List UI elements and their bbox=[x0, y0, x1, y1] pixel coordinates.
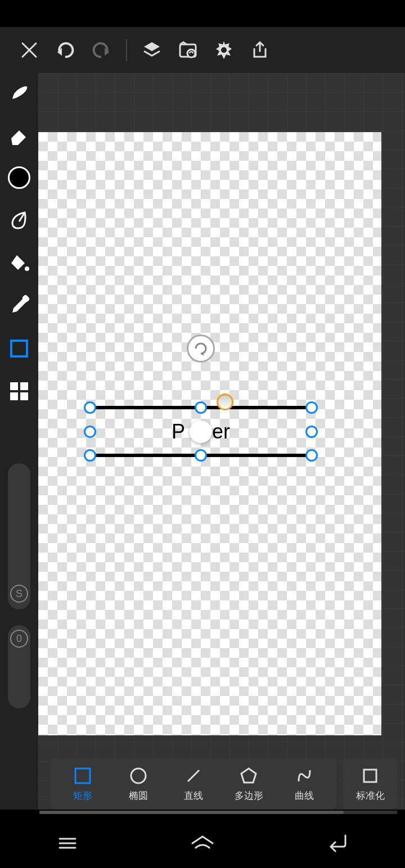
settings-button[interactable] bbox=[210, 37, 237, 64]
stroke-style-icon: S bbox=[10, 585, 28, 603]
smudge-tool[interactable] bbox=[6, 207, 33, 234]
normalize-button[interactable]: 标准化 bbox=[343, 758, 397, 810]
divider bbox=[126, 39, 127, 61]
selected-shape[interactable]: PXXer bbox=[90, 408, 312, 455]
svg-rect-8 bbox=[20, 382, 28, 390]
brush-tool[interactable] bbox=[6, 79, 33, 106]
center-knob[interactable] bbox=[190, 421, 212, 443]
system-nav-bar bbox=[0, 819, 405, 868]
rotate-handle[interactable] bbox=[187, 334, 215, 363]
status-bar bbox=[0, 0, 405, 27]
svg-rect-11 bbox=[75, 768, 90, 783]
grid-tool[interactable] bbox=[6, 378, 33, 405]
handle-tl[interactable] bbox=[84, 401, 96, 414]
shape-options-bar: 矩形 椭圆 直线 多边形 曲线 标准化 bbox=[51, 758, 397, 810]
handle-mr[interactable] bbox=[305, 426, 318, 438]
shape-polygon[interactable]: 多边形 bbox=[226, 766, 271, 802]
line-icon bbox=[183, 766, 204, 786]
handle-bl[interactable] bbox=[84, 449, 96, 462]
nav-back[interactable] bbox=[321, 826, 354, 860]
side-toolbar: S 0 bbox=[0, 73, 38, 810]
opt-label: 曲线 bbox=[295, 789, 314, 802]
svg-rect-6 bbox=[11, 341, 27, 356]
shape-tool[interactable] bbox=[6, 335, 33, 362]
pivot-handle[interactable] bbox=[217, 394, 233, 410]
shape-ellipse[interactable]: 椭圆 bbox=[116, 766, 161, 802]
opt-label: 多边形 bbox=[235, 789, 263, 802]
opt-label: 矩形 bbox=[73, 789, 92, 802]
curve-icon bbox=[294, 766, 314, 786]
svg-point-4 bbox=[25, 266, 29, 271]
svg-marker-14 bbox=[241, 768, 256, 783]
opt-label: 直线 bbox=[184, 789, 203, 802]
shape-rectangle[interactable]: 矩形 bbox=[60, 766, 105, 802]
stroke-style-pill[interactable]: S bbox=[8, 463, 30, 609]
image-folder-button[interactable] bbox=[174, 37, 201, 64]
svg-rect-15 bbox=[364, 770, 376, 782]
eraser-tool[interactable] bbox=[6, 121, 33, 148]
text-left: P bbox=[172, 420, 185, 443]
scrollbar-thumb[interactable] bbox=[39, 811, 344, 814]
shape-type-group: 矩形 椭圆 直线 多边形 曲线 bbox=[51, 758, 336, 810]
current-color-icon bbox=[8, 166, 30, 189]
handle-tr[interactable] bbox=[305, 401, 318, 414]
color-picker-tool[interactable] bbox=[6, 164, 33, 191]
handle-ml[interactable] bbox=[84, 426, 96, 438]
main-area: S 0 PXXer bbox=[0, 73, 405, 810]
redo-button[interactable] bbox=[88, 37, 115, 64]
svg-rect-10 bbox=[20, 392, 28, 400]
svg-point-12 bbox=[131, 768, 146, 783]
share-button[interactable] bbox=[246, 37, 273, 64]
nav-recents[interactable] bbox=[51, 826, 84, 860]
fill-tool[interactable] bbox=[6, 250, 33, 277]
shape-curve[interactable]: 曲线 bbox=[282, 766, 327, 802]
stroke-width-pill[interactable]: 0 bbox=[8, 625, 30, 708]
layers-button[interactable] bbox=[138, 37, 165, 64]
ellipse-icon bbox=[128, 766, 148, 786]
canvas-viewport[interactable]: PXXer bbox=[38, 73, 405, 810]
close-button[interactable] bbox=[16, 37, 43, 64]
opt-label: 标准化 bbox=[356, 789, 385, 802]
top-toolbar bbox=[0, 27, 405, 73]
svg-point-1 bbox=[187, 49, 195, 57]
polygon-icon bbox=[238, 766, 259, 786]
undo-button[interactable] bbox=[52, 37, 79, 64]
handle-tm[interactable] bbox=[195, 401, 207, 414]
handle-br[interactable] bbox=[305, 449, 318, 462]
handle-bm[interactable] bbox=[195, 449, 207, 462]
text-right: er bbox=[212, 420, 230, 443]
eyedropper-tool[interactable] bbox=[6, 292, 33, 319]
svg-rect-7 bbox=[10, 382, 18, 390]
svg-point-3 bbox=[221, 47, 227, 53]
shape-line[interactable]: 直线 bbox=[171, 766, 216, 802]
canvas[interactable]: PXXer bbox=[38, 132, 381, 735]
opt-label: 椭圆 bbox=[129, 789, 148, 802]
svg-line-13 bbox=[188, 770, 199, 781]
stroke-width-icon: 0 bbox=[10, 630, 28, 648]
horizontal-scrollbar[interactable] bbox=[39, 811, 397, 814]
svg-rect-9 bbox=[10, 392, 18, 400]
rectangle-icon bbox=[73, 766, 93, 786]
normalize-icon bbox=[360, 766, 380, 786]
nav-home[interactable] bbox=[186, 826, 219, 860]
